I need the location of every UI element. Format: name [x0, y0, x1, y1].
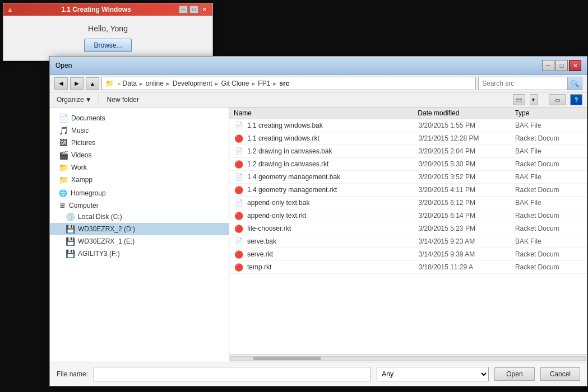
- sidebar-drive-2[interactable]: 💾WD30EZRX_1 (E:): [50, 235, 229, 248]
- file-type-9: BAK File: [515, 237, 587, 245]
- sidebar-item-documents[interactable]: 📄Documents: [50, 112, 229, 124]
- dialog-win-controls: ─ □ ✕: [542, 60, 581, 71]
- sidebar-label-3: Videos: [71, 151, 91, 159]
- dialog-bottom: File name: Any Open Cancel: [50, 362, 587, 386]
- organize-button[interactable]: Organize ▼: [54, 95, 94, 105]
- table-row[interactable]: 🔴 1.4 geometry management.rkt 3/20/2015 …: [229, 184, 587, 197]
- file-name-3: 1.2 drawing in canvases.rkt: [247, 160, 418, 168]
- filename-input[interactable]: [94, 367, 371, 381]
- rkt-icon: 🔴: [234, 250, 243, 259]
- rkt-icon: 🔴: [234, 134, 243, 143]
- breadcrumb-arrow-3: ►: [214, 81, 219, 87]
- small-window-content: Hello, Yong Browse...: [3, 16, 212, 60]
- back-button[interactable]: ◄: [54, 77, 68, 90]
- file-type-10: Racket Docum: [515, 250, 587, 258]
- view-dropdown-button[interactable]: ▼: [530, 94, 538, 105]
- file-name-11: temp.rkt: [247, 263, 418, 271]
- bak-icon: 📄: [235, 173, 243, 181]
- search-input[interactable]: [482, 80, 564, 87]
- col-type-header[interactable]: Type: [515, 109, 587, 117]
- table-row[interactable]: 📄 1.2 drawing in canvases.bak 3/20/2015 …: [229, 145, 587, 158]
- horizontal-scrollbar[interactable]: [229, 354, 587, 362]
- sidebar-item-xampp[interactable]: 📁Xampp: [50, 174, 229, 186]
- preview-pane-button[interactable]: ▭: [549, 94, 566, 105]
- sidebar-item-work[interactable]: 📁Work: [50, 161, 229, 174]
- small-window-title: 1.1 Creating Windows: [61, 6, 131, 13]
- dialog-organize-toolbar: Organize ▼ New folder ≡≡ ▼ ▭ ?: [50, 92, 587, 108]
- table-row[interactable]: 📄 1.4 geometry management.bak 3/20/2015 …: [229, 171, 587, 184]
- drive-icon-1: 💾: [66, 225, 75, 234]
- cancel-button[interactable]: Cancel: [540, 367, 580, 381]
- file-icon-9: 📄: [234, 237, 244, 246]
- bak-icon: 📄: [235, 147, 243, 155]
- view-toggle-button[interactable]: ≡≡: [513, 94, 525, 105]
- rkt-icon: 🔴: [234, 212, 243, 220]
- file-icon-7: 🔴: [234, 211, 244, 220]
- rkt-icon: 🔴: [234, 186, 243, 194]
- file-type-8: Racket Docum: [515, 225, 587, 232]
- breadcrumb-development[interactable]: Development: [173, 80, 212, 87]
- col-date-header[interactable]: Date modified: [418, 109, 515, 117]
- open-dialog: Open ─ □ ✕ ◄ ► ▲ 📁 « Data ► online ► Dev…: [49, 56, 587, 386]
- open-button[interactable]: Open: [494, 367, 534, 381]
- search-bar[interactable]: [478, 77, 568, 90]
- sidebar-icon-4: 📁: [59, 163, 68, 172]
- sidebar-icon-3: 🎬: [59, 151, 68, 160]
- breadcrumb-arrow-2: ►: [165, 81, 171, 87]
- sidebar-item-videos[interactable]: 🎬Videos: [50, 149, 229, 161]
- file-name-4: 1.4 geometry management.bak: [247, 173, 418, 181]
- col-name-header[interactable]: Name: [229, 109, 418, 117]
- breadcrumb-online[interactable]: online: [146, 80, 164, 87]
- up-button[interactable]: ▲: [86, 77, 99, 90]
- table-row[interactable]: 🔴 serve.rkt 3/14/2015 9:39 AM Racket Doc…: [229, 248, 587, 261]
- rkt-icon: 🔴: [234, 160, 243, 169]
- breadcrumb-bar[interactable]: 📁 « Data ► online ► Development ► Git Cl…: [101, 77, 476, 90]
- file-date-8: 3/20/2015 5:23 PM: [418, 225, 515, 232]
- table-row[interactable]: 🔴 temp.rkt 3/18/2015 11:29 A Racket Docu…: [229, 261, 587, 274]
- help-button[interactable]: ?: [570, 94, 582, 105]
- breadcrumb-src[interactable]: src: [279, 80, 289, 87]
- sidebar-item-pictures[interactable]: 🖼Pictures: [50, 137, 229, 149]
- small-window-close-button[interactable]: ✕: [200, 6, 209, 13]
- table-row[interactable]: 🔴 1.1 creating windows.rkt 3/21/2015 12:…: [229, 132, 587, 145]
- homegroup-section: 🌐 Homegroup: [50, 186, 229, 198]
- forward-button[interactable]: ►: [70, 77, 84, 90]
- table-row[interactable]: 🔴 1.2 drawing in canvases.rkt 3/20/2015 …: [229, 158, 587, 171]
- file-list: 📄 1.1 creating windows.bak 3/20/2015 1:5…: [229, 119, 587, 354]
- sidebar-item-music[interactable]: 🎵Music: [50, 124, 229, 137]
- file-icon-1: 🔴: [234, 134, 244, 143]
- file-date-5: 3/20/2015 4:11 PM: [418, 186, 515, 194]
- file-list-container: Name Date modified Type 📄 1.1 creating w…: [229, 108, 587, 362]
- file-date-4: 3/20/2015 3:52 PM: [418, 173, 515, 181]
- bak-icon: 📄: [235, 237, 243, 245]
- table-row[interactable]: 📄 1.1 creating windows.bak 3/20/2015 1:5…: [229, 119, 587, 132]
- sidebar-drive-0[interactable]: 💿Local Disk (C:): [50, 211, 229, 223]
- dialog-main: 📄Documents🎵Music🖼Pictures🎬Videos📁Work📁Xa…: [50, 108, 587, 362]
- table-row[interactable]: 📄 serve.bak 3/14/2015 9:23 AM BAK File: [229, 235, 587, 248]
- sidebar-label-4: Work: [71, 164, 87, 171]
- sidebar-drive-1[interactable]: 💾WD30EZRX_2 (D:): [50, 223, 229, 235]
- file-name-10: serve.rkt: [247, 250, 418, 258]
- dialog-close-button[interactable]: ✕: [569, 60, 581, 71]
- file-icon-4: 📄: [234, 172, 244, 181]
- file-name-1: 1.1 creating windows.rkt: [247, 134, 418, 142]
- breadcrumb-data[interactable]: Data: [123, 80, 137, 87]
- new-folder-button[interactable]: New folder: [104, 95, 142, 105]
- search-button[interactable]: 🔍: [568, 77, 582, 90]
- breadcrumb-fp1[interactable]: FP1: [258, 80, 270, 87]
- dialog-maximize-button[interactable]: □: [555, 60, 568, 71]
- filetype-select[interactable]: Any: [377, 367, 489, 381]
- homegroup-icon: 🌐: [59, 189, 67, 197]
- browse-button[interactable]: Browse...: [84, 39, 131, 52]
- table-row[interactable]: 🔴 append-only text.rkt 3/20/2015 6:14 PM…: [229, 209, 587, 222]
- dialog-minimize-button[interactable]: ─: [542, 60, 554, 71]
- small-window-minimize-button[interactable]: ─: [179, 6, 188, 13]
- small-window-maximize-button[interactable]: □: [189, 6, 198, 13]
- filename-label: File name:: [57, 370, 88, 378]
- breadcrumb-gitclone[interactable]: Git Clone: [221, 80, 249, 87]
- table-row[interactable]: 📄 append-only text.bak 3/20/2015 6:12 PM…: [229, 197, 587, 209]
- file-icon-10: 🔴: [234, 250, 244, 259]
- table-row[interactable]: 🔴 file-chooser.rkt 3/20/2015 5:23 PM Rac…: [229, 222, 587, 235]
- sidebar-drive-3[interactable]: 💾AGILITY3 (F:): [50, 248, 229, 260]
- file-date-11: 3/18/2015 11:29 A: [418, 263, 515, 271]
